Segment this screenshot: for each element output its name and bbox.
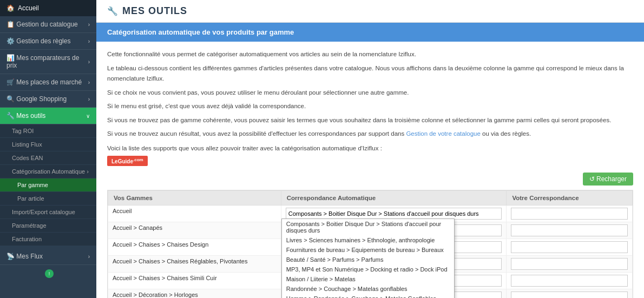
google-icon: 🔍 bbox=[6, 95, 15, 103]
chevron-right-icon: › bbox=[88, 96, 90, 102]
sidebar-item-places[interactable]: 🛒 Mes places de marché › bbox=[0, 74, 96, 91]
dropdown-option[interactable]: Beauté / Santé > Parfums > Parfums bbox=[282, 255, 454, 264]
info-line-1: Cette fonctionnalité vous permet de caté… bbox=[107, 49, 633, 60]
dropdown-option[interactable]: Homme > Randonnée > Couchage > Matelas G… bbox=[282, 294, 454, 298]
gamme-cell: Accueil > Chaises > Chaises Design bbox=[108, 239, 281, 256]
places-icon: 🛒 bbox=[6, 78, 15, 86]
sidebar-item-catalogue[interactable]: 📋 Gestion du catalogue › bbox=[0, 16, 96, 33]
votre-corr-cell[interactable] bbox=[507, 239, 633, 256]
wrench-icon: 🔧 bbox=[107, 6, 118, 16]
chevron-right-icon: › bbox=[88, 254, 90, 260]
sidebar-sub-tag-roi[interactable]: Tag ROI bbox=[0, 124, 96, 138]
votre-correspondance-input[interactable] bbox=[511, 224, 628, 236]
correspondance-cell-dropdown[interactable]: Composants > Boitier Disque Dur > Statio… bbox=[281, 206, 507, 222]
info-line-4: Si le menu est grisé, c'est que vous ave… bbox=[107, 101, 633, 112]
gamme-cell: Accueil > Chaises > Chaises Réglables, P… bbox=[108, 256, 281, 273]
info-line-5: Si vous ne trouvez pas de gamme cohérent… bbox=[107, 115, 633, 126]
categorisation-table: Vos Gammes Correspondance Automatique Vo… bbox=[107, 190, 633, 298]
notification-badge: ! bbox=[45, 269, 54, 278]
catalogue-link[interactable]: Gestion de votre catalogue bbox=[406, 130, 480, 137]
votre-corr-cell[interactable] bbox=[507, 256, 633, 273]
support-text: Voici la liste des supports que vous all… bbox=[107, 145, 633, 151]
votre-corr-cell[interactable] bbox=[507, 222, 633, 239]
gamme-cell: Accueil bbox=[108, 206, 281, 222]
dropdown-option[interactable]: Composants > Boitier Disque Dur > Statio… bbox=[282, 219, 454, 235]
dropdown-menu: Composants > Boitier Disque Dur > Statio… bbox=[281, 218, 455, 298]
dropdown-option[interactable]: Maison / Liiterie > Matelas bbox=[282, 274, 454, 284]
gamme-cell: Accueil > Chaises > Chaises Simili Cuir bbox=[108, 273, 281, 289]
comparateurs-icon: 📊 bbox=[6, 54, 15, 62]
correspondance-select[interactable]: Composants > Boitier Disque Dur > Statio… bbox=[286, 208, 502, 220]
sidebar-item-mes-flux[interactable]: 📡 Mes Flux › bbox=[0, 248, 96, 265]
votre-corr-cell[interactable] bbox=[507, 289, 633, 298]
votre-corr-cell[interactable] bbox=[507, 273, 633, 289]
dropdown-option[interactable]: MP3, MP4 et Son Numérique > Docking et r… bbox=[282, 264, 454, 274]
auto-select[interactable]: Composants > Boitier Disque Dur > Statio… bbox=[286, 208, 502, 220]
votre-corr-cell[interactable] bbox=[507, 206, 633, 222]
recharge-button[interactable]: ↺ Recharger bbox=[583, 173, 633, 186]
info-line-2: Le tableau ci-dessous contient les diffé… bbox=[107, 63, 633, 84]
chevron-down-icon: ∨ bbox=[86, 113, 90, 119]
page-title: MES OUTILS bbox=[122, 5, 187, 17]
chevron-right-icon: › bbox=[88, 38, 90, 44]
sidebar-sub-codes-ean[interactable]: Codes EAN bbox=[0, 151, 96, 165]
sidebar-sub-listing-flux[interactable]: Listing Flux bbox=[0, 138, 96, 151]
votre-correspondance-input[interactable] bbox=[511, 275, 628, 287]
home-icon: 🏠 bbox=[6, 4, 15, 12]
gamme-cell: Accueil > Canapés bbox=[108, 222, 281, 239]
dropdown-option[interactable]: Randonnée > Couchage > Matelas gonflable… bbox=[282, 284, 454, 294]
dropdown-option[interactable]: Livres > Sciences humaines > Ethnologie,… bbox=[282, 235, 454, 245]
chevron-right-icon: › bbox=[88, 80, 90, 85]
main-content: 🔧 MES OUTILS Catégorisation automatique … bbox=[96, 0, 644, 298]
sidebar-item-regles[interactable]: ⚙️ Gestion des règles › bbox=[0, 33, 96, 50]
chevron-right-icon: › bbox=[88, 22, 90, 28]
sidebar-sub-categorisation[interactable]: Catégorisation Automatique › bbox=[0, 165, 96, 178]
sidebar-sub-par-article[interactable]: Par article bbox=[0, 192, 96, 206]
sidebar-sub-facturation[interactable]: Facturation bbox=[0, 233, 96, 246]
votre-correspondance-input[interactable] bbox=[511, 292, 628, 298]
sidebar-home-label[interactable]: Accueil bbox=[18, 4, 39, 12]
chevron-right-icon: › bbox=[88, 59, 90, 65]
sidebar: 🏠 Accueil 📋 Gestion du catalogue › ⚙️ Ge… bbox=[0, 0, 96, 298]
flux-icon: 📡 bbox=[6, 253, 15, 260]
sidebar-sub-parametrage[interactable]: Paramétrage bbox=[0, 219, 96, 233]
leguide-logo: LeGuide.com bbox=[107, 156, 148, 166]
page-header: 🔧 MES OUTILS bbox=[96, 0, 644, 23]
votre-correspondance-input[interactable] bbox=[511, 258, 628, 270]
blue-banner: Catégorisation automatique de vos produi… bbox=[96, 23, 644, 42]
regles-icon: ⚙️ bbox=[6, 37, 15, 45]
col-header-votre: Votre Correspondance bbox=[507, 191, 633, 206]
sidebar-sub-import-export[interactable]: Import/Export catalogue bbox=[0, 206, 96, 219]
col-header-gammes: Vos Gammes bbox=[108, 191, 281, 206]
votre-correspondance-input[interactable] bbox=[511, 241, 628, 253]
col-header-auto: Correspondance Automatique bbox=[281, 191, 507, 206]
sidebar-sub-par-gamme[interactable]: Par gamme bbox=[0, 178, 96, 192]
info-line-6: Si vous ne trouvez aucun résultat, vous … bbox=[107, 129, 633, 140]
content-area: Cette fonctionnalité vous permet de caté… bbox=[96, 42, 644, 298]
sidebar-header: 🏠 Accueil bbox=[0, 0, 96, 16]
dropdown-option[interactable]: Fournitures de bureau > Equipements de b… bbox=[282, 245, 454, 255]
sidebar-item-google[interactable]: 🔍 Google Shopping › bbox=[0, 91, 96, 108]
gamme-cell: Accueil > Décoration > Horloges bbox=[108, 289, 281, 298]
sidebar-item-comparateurs[interactable]: 📊 Mes comparateurs de prix › bbox=[0, 50, 96, 74]
votre-correspondance-input[interactable] bbox=[511, 208, 628, 220]
table-row: Accueil Composants > Boitier Disque Dur … bbox=[108, 206, 633, 222]
sidebar-item-outils[interactable]: 🔧 Mes outils ∨ bbox=[0, 108, 96, 124]
outils-icon: 🔧 bbox=[6, 112, 15, 120]
catalogue-icon: 📋 bbox=[6, 21, 15, 28]
info-line-3: Si ce choix ne vous convient pas, vous p… bbox=[107, 88, 633, 98]
